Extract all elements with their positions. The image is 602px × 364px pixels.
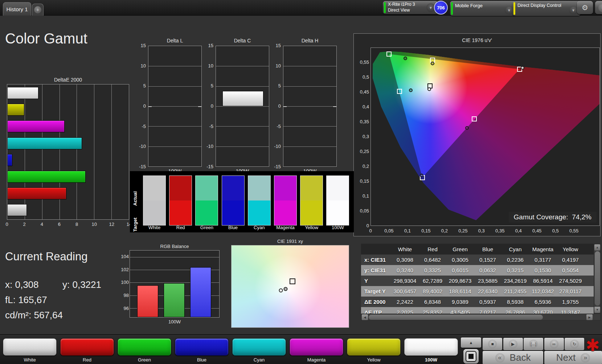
current-reading-title: Current Reading	[5, 250, 87, 263]
table-cell: 23,5885	[474, 278, 501, 284]
settings-button[interactable]: ⚙	[577, 1, 593, 14]
table-row: x: CIE310,30980,64820,30050,15270,22360,…	[361, 255, 594, 265]
loop-button[interactable]: ∞	[544, 338, 564, 350]
table-cell: 209,8673	[446, 278, 474, 284]
table-cell: 0,	[584, 257, 594, 263]
table-cell: 89,4002	[419, 288, 446, 294]
zero-tick	[283, 106, 287, 107]
table-cell: 0,1527	[474, 257, 501, 263]
pattern-window-button[interactable]	[463, 349, 479, 364]
cie1931-target-square	[290, 278, 295, 284]
delta-y-tick: 5	[132, 83, 146, 88]
workflow-dropdown[interactable]: Direct Display Control ▼	[512, 1, 581, 16]
table-cell: 234,2619	[501, 278, 529, 284]
next-button-label: Next	[556, 352, 576, 363]
zero-tick	[333, 106, 336, 107]
pattern-button-cyan[interactable]	[232, 338, 286, 356]
rgb-y-tick: 102	[115, 267, 129, 272]
rgb-y-tick: 100	[115, 280, 129, 285]
tab-history-1[interactable]: History 1	[3, 2, 31, 16]
play-button[interactable]: ▶	[503, 338, 523, 350]
add-tab-button[interactable]: +	[32, 4, 44, 16]
pattern-button-white[interactable]	[3, 338, 57, 356]
pattern-up-button[interactable]: ▲	[461, 338, 481, 348]
gridline	[283, 146, 336, 147]
scroll-left-icon[interactable]: ◀	[362, 314, 368, 320]
cie1976-x-tick: 0,5	[552, 228, 559, 233]
pattern-button-100w[interactable]	[404, 338, 458, 356]
deltae-x-tick: 0	[5, 222, 8, 227]
cie1931-measured-white	[279, 289, 283, 293]
target-actual-swatches: Actual Target WhiteRedGreenBlueCyanMagen…	[130, 171, 354, 232]
deltae-bar-blue	[7, 154, 12, 166]
table-row: ΔE ITP2,202525,835243,54057,021726,78863…	[361, 307, 594, 314]
pattern-button-magenta[interactable]	[290, 338, 343, 356]
scroll-right-icon[interactable]: ▶	[586, 314, 593, 320]
scroll-up-icon[interactable]: ▲	[594, 244, 600, 251]
gridline	[148, 66, 201, 66]
delta-y-tick: 0	[132, 103, 146, 109]
step-icon: [↔]	[529, 340, 538, 348]
cie1976-x-tick: 0,4	[515, 228, 522, 233]
cie1976-x-tick: 0,05	[384, 228, 393, 233]
back-button-label: Back	[510, 352, 531, 363]
source-label: Mobile Forge	[455, 3, 483, 8]
table-header-cell: Green	[446, 246, 474, 252]
table-cell: 188,6114	[446, 288, 474, 294]
pattern-button-green[interactable]	[118, 338, 171, 356]
pattern-button-yellow[interactable]	[347, 338, 401, 356]
table-cell: 1,9755	[557, 299, 584, 305]
loop-icon: ∞	[550, 340, 558, 348]
table-row-label: ΔE ITP	[361, 309, 391, 314]
horizontal-scroll-thumb[interactable]	[369, 315, 543, 320]
back-button[interactable]: « Back	[483, 351, 543, 364]
table-cell: 8,5938	[501, 299, 529, 305]
table-horizontal-scrollbar[interactable]: ◀ ▶	[361, 314, 601, 320]
delta-y-tick: -10	[132, 144, 146, 149]
cie1976-y-tick: 0,3	[355, 134, 369, 139]
table-cell: 0,3240	[391, 267, 419, 273]
scroll-down-icon[interactable]: ▼	[594, 307, 600, 313]
pattern-button-red[interactable]	[60, 338, 114, 356]
swatch-label: 100W	[326, 225, 349, 230]
delta-y-tick: 15	[267, 43, 281, 48]
unsaved-indicator-asterisk: ✱	[586, 335, 600, 355]
stop-button[interactable]: ■	[483, 338, 502, 350]
pattern-button-blue[interactable]	[175, 338, 229, 356]
calman-window: History 1 + X-Rite i1Pro 3 Direct View ▼…	[0, 0, 602, 364]
swatch-actual	[327, 176, 349, 200]
delta-chart-title: Delta C	[208, 38, 277, 44]
delta-y-tick: 15	[200, 43, 213, 48]
swatch-actual	[196, 176, 218, 200]
step-button[interactable]: [↔]	[524, 338, 543, 350]
table-cell: 0,4197	[557, 257, 584, 263]
delta-chart-delta-c	[216, 46, 269, 167]
pattern-button-label: Green	[118, 357, 171, 363]
swatch-red	[169, 175, 192, 226]
repeat-icon: ↻	[570, 340, 579, 348]
gridline	[216, 86, 269, 87]
repeat-button[interactable]: ↻	[565, 338, 584, 350]
table-vertical-scrollbar[interactable]: ▲ ▼	[594, 244, 601, 314]
delta-y-tick: 0	[267, 103, 281, 109]
delta-y-tick: 10	[267, 63, 281, 69]
table-row-label: Y	[361, 278, 391, 284]
pattern-window-icon	[466, 351, 476, 362]
cie1976-y-tick: 0,4	[355, 104, 369, 109]
cie1976-x-tick: 0,35	[495, 228, 504, 233]
delta-y-tick: 15	[132, 43, 146, 48]
gridline	[216, 126, 269, 127]
vertical-scroll-thumb[interactable]	[595, 251, 600, 306]
swatch-actual	[300, 176, 323, 200]
cie1976-y-tick: 0,05	[355, 208, 369, 214]
table-cell: 274,5029	[557, 278, 584, 284]
chevron-left-icon: ◀	[598, 3, 602, 12]
red-measured	[521, 66, 524, 70]
swatch-target	[169, 200, 192, 225]
source-dropdown[interactable]: Mobile Forge ▼	[450, 1, 516, 16]
swatch-target	[274, 200, 296, 225]
collapse-toolbar-button[interactable]: ◀	[595, 1, 602, 14]
meter-dropdown[interactable]: X-Rite i1Pro 3 Direct View ▼	[383, 1, 438, 14]
delta-y-tick: 5	[200, 83, 213, 88]
reading-fl: fL: 165,67	[5, 294, 47, 306]
